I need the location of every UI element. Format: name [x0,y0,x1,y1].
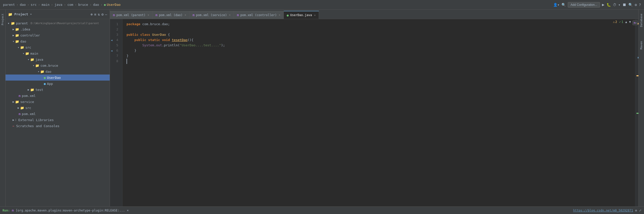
info-marker-1 [638,57,638,58]
tree-item-src[interactable]: ▾ 📁 src [6,44,110,50]
tab-label-userdao: UserDao.java [290,13,312,17]
debug-button[interactable]: 🐛 [607,3,611,7]
folder-icon: 📁 [25,52,29,55]
tree-item-pom-dao[interactable]: m pom.xml [6,93,110,99]
search-everywhere-button[interactable]: 🔍 [628,3,633,7]
profile-button[interactable]: ⏱ [613,3,616,7]
tree-item-pom-service[interactable]: m pom.xml [6,111,110,117]
user-icon[interactable]: 👤▾ [553,3,559,7]
minimize-icon[interactable]: — [105,12,107,16]
line-numbers: 1 2 3 ◀ 4 5 ◀ 6 7 8 [110,19,123,206]
java-file-icon: ● [44,82,46,86]
arrow-down-icon: ▾ [23,52,24,55]
tab-pom-service[interactable]: m pom.xml (service) × [189,11,234,19]
more-run-button[interactable]: ▾ [618,3,620,7]
code-line-3: public class UserDao { [127,32,635,38]
tab-close-userdao[interactable]: × [314,14,316,17]
tab-pom-parent[interactable]: m pom.xml (parent) × [110,11,152,19]
tree-item-controller[interactable]: ▶ 📁 controller [6,32,110,38]
bookmark-icon[interactable]: ◀ [111,49,112,53]
tree-item-idea[interactable]: ▶ 📁 .idea [6,26,110,32]
code-editor[interactable]: package com.bruce.dao; public class User… [123,19,635,206]
tab-pom-dao[interactable]: m pom.xml (dao) × [152,11,189,19]
tree-label-userdao: UserDao [47,76,61,80]
ok-badge: ✓ 1 [619,20,623,24]
status-bar: Run: m [org.apache.maven.plugins:maven-a… [0,206,644,214]
gear-icon[interactable]: ⚙ [101,12,103,16]
maven-tab-icon: m [237,13,239,17]
breadcrumb-java[interactable]: java [55,3,62,7]
expand-icon[interactable]: ⇅ [98,12,100,16]
warning-badge: ⚠ 2 [613,20,617,24]
project-panel-dropdown[interactable]: ▾ [30,13,32,16]
line-num-6: ◀ 6 [110,48,120,53]
expand-status-icon[interactable]: ⤢ [639,209,641,212]
warning-triangle-icon: ⚠ [613,20,615,24]
line-num-2: 2 [110,27,120,32]
project-tab-label[interactable]: Project [1,12,5,27]
ok-count: 1 [621,20,623,24]
tree-item-external-libs[interactable]: ▶ ⫶ External Libraries [6,117,110,123]
tab-close-pom-parent[interactable]: × [147,13,149,17]
breadcrumb-dao2[interactable]: dao [93,3,99,7]
warning-marker-1 [638,23,638,24]
tab-close-pom-service[interactable]: × [229,13,231,17]
run-button[interactable]: ▶ [602,2,605,7]
run-close-icon[interactable]: × [127,209,129,212]
arrow-down-icon: ▾ [13,40,14,43]
tab-pom-controller[interactable]: m pom.xml (controller) × [234,11,284,19]
tree-item-dao-sub[interactable]: ▾ 📁 dao [6,68,110,75]
nav-up-icon[interactable]: ▲ [625,20,627,24]
nav-down-icon[interactable]: ▼ [629,20,631,24]
line-num-7: 7 [110,53,120,59]
editor-warnings: ⚠ 2 ✓ 1 ▲ ▼ [613,20,631,24]
blog-url[interactable]: https://blog.csdn.net/m0_50292871 [573,209,633,212]
run-label: Run: [3,209,10,212]
breadcrumb-com[interactable]: com [67,3,73,7]
add-config-button[interactable]: Add Configuration... [568,2,600,8]
collapse-icon[interactable]: ≡ [94,12,96,16]
breadcrumb-bruce[interactable]: bruce [78,3,88,7]
tree-label-main: main [30,52,38,55]
new-file-icon[interactable]: ⊕ [91,12,93,16]
settings-button[interactable]: ⚙ [635,3,637,7]
tree-item-java[interactable]: ▾ 📁 java [6,56,110,62]
tree-item-userdao[interactable]: ● UserDao [6,75,110,81]
maven-tab-side-label[interactable]: Maven [639,39,643,51]
line-num-5: 5 [110,43,120,48]
inspect-icon[interactable]: 🔍 [561,3,566,7]
tab-close-pom-controller[interactable]: × [279,13,280,17]
java-file-icon: ● [44,76,46,80]
tree-item-com-bruce[interactable]: ▾ 📁 com.bruce [6,62,110,68]
stop-button[interactable]: ⏹ [622,2,626,7]
breadcrumb-active-file[interactable]: UserDao [107,3,121,7]
tab-close-pom-dao[interactable]: × [185,13,186,17]
tree-item-service[interactable]: ▶ 📁 service [6,99,110,105]
tree-item-app[interactable]: ● App [6,81,110,87]
tab-userdao[interactable]: ● UserDao.java × [284,11,319,19]
database-tab-label[interactable]: Database [639,12,643,29]
folder-icon: 📁 [11,21,15,25]
tree-item-src-service[interactable]: ▶ 📁 src [6,105,110,111]
help-button[interactable]: ? [639,3,641,7]
breakpoint-icon[interactable]: ◀ [111,38,112,42]
tree-label-src: src [25,46,31,49]
tree-item-test[interactable]: ▶ 📁 test [6,87,110,93]
tree-item-root[interactable]: ▾ 📁 parent D:\WorkingSpace\Maven\project… [6,20,110,26]
maven-floating-icon[interactable]: m✕ [632,20,638,25]
title-bar-right: 👤▾ 🔍 Add Configuration... ▶ 🐛 ⏱ ▾ ⏹ 🔍 ⚙ … [553,2,641,8]
java-tab-icon: ● [287,13,289,17]
tree-item-scratches[interactable]: ✏ Scratches and Consoles [6,123,110,129]
breadcrumb-src[interactable]: src [31,3,36,7]
breadcrumb-main[interactable]: main [42,3,49,7]
editor-body[interactable]: ⚠ 2 ✓ 1 ▲ ▼ 1 2 3 ◀ 4 5 [110,19,638,206]
code-line-7: } [127,53,635,59]
breadcrumb-dao[interactable]: dao [20,3,26,7]
maven-tab-icon: m [113,13,115,17]
tree-label-java: java [35,58,43,61]
code-line-4: public static void tesetDao (){ [127,38,635,43]
breadcrumb-parent[interactable]: parent [3,3,15,7]
tree-item-dao[interactable]: ▾ 📁 dao [6,38,110,44]
settings-status-icon[interactable]: ⚙ [635,209,637,212]
tree-item-main[interactable]: ▾ 📁 main [6,50,110,56]
